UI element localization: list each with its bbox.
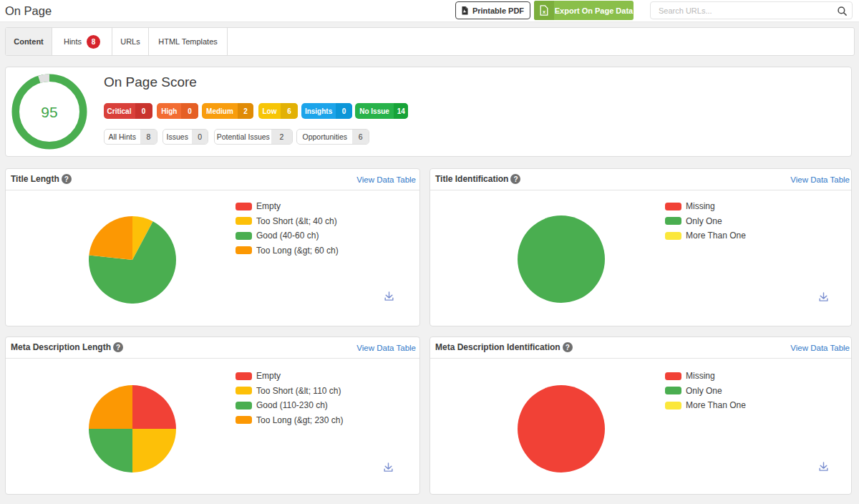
svg-text:x: x bbox=[543, 9, 546, 15]
